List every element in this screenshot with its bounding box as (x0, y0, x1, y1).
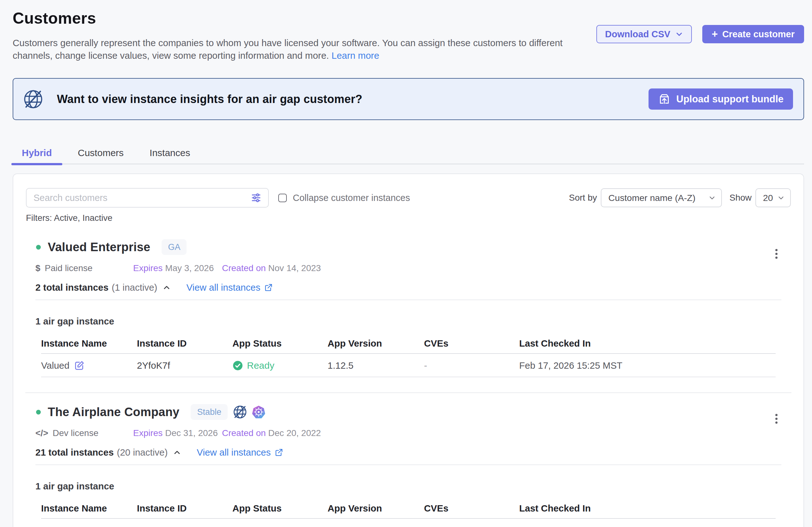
airgap-instance-label: 1 air gap instance (35, 481, 781, 492)
col-last-checked-in: Last Checked In (519, 338, 775, 349)
collapse-instances-checkbox[interactable] (278, 194, 287, 202)
created-info: Created on Dec 20, 2022 (222, 428, 321, 438)
learn-more-link[interactable]: Learn more (331, 50, 379, 61)
channel-badge: GA (162, 239, 187, 255)
app-status: Ready (232, 360, 328, 371)
filter-sliders-icon[interactable] (250, 192, 262, 204)
tab-bar: Hybrid Customers Instances (11, 147, 804, 164)
inactive-note: (20 inactive) (117, 447, 168, 458)
tab-customers[interactable]: Customers (67, 147, 134, 164)
total-instances-label: 2 total instances (35, 282, 108, 293)
header-actions: Download CSV + Create customer (596, 25, 804, 43)
create-customer-label: Create customer (722, 29, 795, 40)
col-app-version: App Version (328, 503, 424, 514)
license-row: $ Paid license Expires May 3, 2026 Creat… (35, 264, 781, 273)
customer-name[interactable]: The Airplane Company (48, 405, 179, 419)
license-row: </> Dev license Expires Dec 31, 2026 Cre… (35, 428, 781, 438)
license-type: $ Paid license (35, 264, 133, 273)
customer-section-airplane-company: The Airplane Company Stable (35, 403, 781, 519)
upload-support-bundle-button[interactable]: Upload support bundle (649, 89, 793, 110)
collapse-instances-control: Collapse customer instances (278, 193, 410, 203)
col-app-status: App Status (232, 503, 328, 514)
license-label: Paid license (45, 264, 93, 273)
banner-title: Want to view instance insights for an ai… (57, 93, 362, 106)
airgap-globe-icon (233, 405, 247, 419)
filters-note: Filters: Active, Inactive (26, 213, 791, 223)
app-version: 1.12.5 (328, 360, 424, 371)
view-all-instances-link[interactable]: View all instances (186, 282, 273, 293)
paid-license-icon: $ (35, 264, 41, 273)
section-divider (25, 392, 792, 393)
collapse-chevron-up-icon[interactable] (173, 448, 182, 457)
cves-value: - (424, 360, 519, 371)
instance-id: 2YfoK7f (137, 360, 232, 371)
license-type: </> Dev license (35, 428, 133, 438)
kebab-menu-icon[interactable] (775, 249, 778, 259)
view-all-label: View all instances (197, 447, 271, 458)
upload-icon (658, 93, 671, 106)
col-instance-name: Instance Name (41, 338, 137, 349)
created-on-label: Created on (222, 263, 266, 273)
search-box (26, 188, 269, 208)
sort-by-select[interactable]: Customer name (A-Z) (601, 188, 722, 207)
search-input[interactable] (33, 193, 250, 203)
expires-info: Expires May 3, 2026 (133, 264, 222, 273)
expires-label: Expires (133, 263, 162, 273)
created-on-label: Created on (222, 428, 266, 438)
instance-table-header: Instance Name Instance ID App Status App… (41, 503, 775, 519)
list-controls: Collapse customer instances Sort by Cust… (26, 188, 791, 208)
collapse-instances-label: Collapse customer instances (293, 193, 410, 203)
channel-badge: Stable (191, 404, 228, 420)
external-link-icon (274, 448, 283, 457)
customer-header: The Airplane Company Stable (35, 403, 781, 421)
airgap-globe-icon (23, 89, 44, 110)
col-last-checked-in: Last Checked In (519, 503, 775, 514)
description-line2: channels, change license values, view so… (13, 50, 329, 61)
col-app-version: App Version (328, 338, 424, 349)
customer-section-valued-enterprise: Valued Enterprise GA $ Paid license Expi… (35, 238, 781, 393)
col-instance-id: Instance ID (137, 338, 232, 349)
download-csv-label: Download CSV (605, 29, 670, 40)
sort-controls: Sort by Customer name (A-Z) Show 20 (569, 188, 791, 207)
instance-row: Valued 2YfoK7f Ready 1.12.5 - Feb 17, 20… (41, 354, 775, 377)
external-link-icon (264, 283, 273, 292)
show-select[interactable]: 20 (755, 188, 791, 207)
view-all-instances-link[interactable]: View all instances (197, 447, 283, 458)
sort-by-label: Sort by (569, 193, 597, 203)
total-instances-row: 21 total instances (20 inactive) View al… (35, 447, 781, 458)
tab-hybrid[interactable]: Hybrid (11, 147, 62, 164)
customer-name[interactable]: Valued Enterprise (48, 240, 150, 254)
create-customer-button[interactable]: + Create customer (702, 25, 804, 43)
expires-info: Expires Dec 31, 2026 (133, 428, 222, 438)
last-checked-in: Feb 17, 2026 15:25 MST (519, 360, 775, 371)
kubernetes-icon (252, 405, 265, 419)
instance-table: Instance Name Instance ID App Status App… (41, 503, 775, 519)
tab-instances[interactable]: Instances (139, 147, 201, 164)
upload-button-label: Upload support bundle (676, 93, 784, 105)
download-csv-button[interactable]: Download CSV (596, 25, 692, 43)
created-info: Created on Nov 14, 2023 (222, 264, 321, 273)
instance-table: Instance Name Instance ID App Status App… (41, 338, 775, 377)
kebab-menu-icon[interactable] (775, 414, 778, 424)
expires-date: May 3, 2026 (165, 263, 214, 273)
created-date: Dec 20, 2022 (268, 428, 321, 438)
chevron-down-icon (709, 194, 715, 201)
edit-icon[interactable] (74, 360, 85, 371)
instance-table-header: Instance Name Instance ID App Status App… (41, 338, 775, 354)
plus-icon: + (712, 28, 718, 40)
customer-type-icons (233, 405, 265, 419)
active-status-dot (36, 410, 41, 415)
inactive-note: (1 inactive) (112, 282, 157, 293)
airgap-banner: Want to view instance insights for an ai… (13, 78, 804, 120)
active-status-dot (36, 245, 41, 250)
show-value: 20 (763, 193, 773, 203)
view-all-label: View all instances (186, 282, 260, 293)
chevron-down-icon (676, 30, 683, 38)
customer-header: Valued Enterprise GA (35, 238, 781, 256)
collapse-chevron-up-icon[interactable] (162, 283, 171, 292)
chevron-down-icon (778, 194, 784, 201)
created-date: Nov 14, 2023 (268, 263, 321, 273)
total-instances-row: 2 total instances (1 inactive) View all … (35, 282, 781, 293)
app-status-text: Ready (247, 360, 274, 371)
divider (35, 300, 781, 300)
